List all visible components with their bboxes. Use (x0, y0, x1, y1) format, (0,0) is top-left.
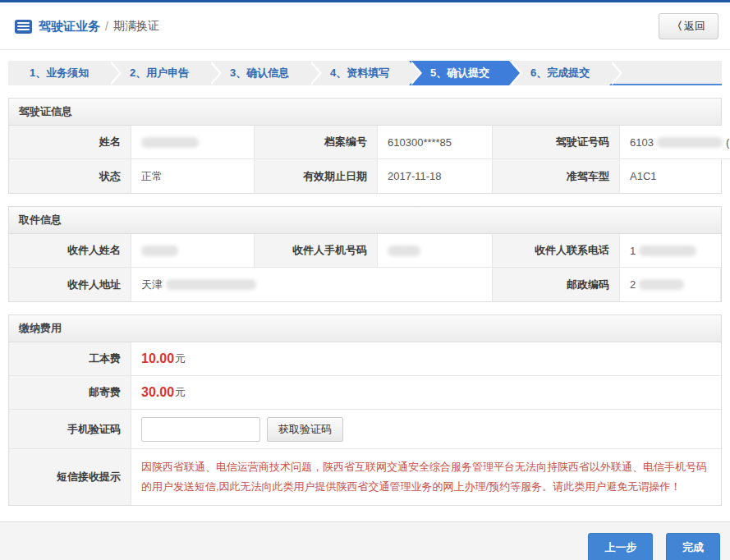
page-header: 驾驶证业务 / 期满换证 〈返回 (0, 2, 730, 50)
license-no-suffix: ( (726, 136, 729, 149)
pickup-info-section: 取件信息 收件人姓名 收件人手机号码 收件人联系电话 1 收件人地址 天津 邮政… (8, 206, 722, 302)
file-no-value: 610300****85 (378, 126, 493, 159)
step-5-confirm-submit[interactable]: 5、确认提交 (409, 61, 509, 85)
license-info-section: 驾驶证信息 姓名 档案编号 610300****85 驾驶证号码 6103( 状… (8, 98, 722, 194)
expiry-value: 2017-11-18 (378, 159, 493, 193)
recipient-phone-label: 收件人联系电话 (493, 234, 620, 268)
sms-code-input[interactable] (141, 417, 260, 442)
license-no-value: 6103( (620, 126, 730, 159)
footer-bar: 上一步 完成 (0, 521, 730, 560)
production-fee-label: 工本费 (9, 342, 131, 376)
back-button-label: 返回 (684, 20, 705, 32)
previous-step-button[interactable]: 上一步 (588, 533, 653, 560)
finish-button[interactable]: 完成 (666, 533, 720, 560)
step-label: 6、完成提交 (530, 67, 590, 79)
masked-value (657, 137, 723, 148)
file-no-label: 档案编号 (255, 126, 378, 159)
masked-value (388, 246, 420, 256)
production-fee-value: 10.00元 (131, 342, 721, 376)
vehicle-class-label: 准驾车型 (493, 159, 620, 193)
breadcrumb-current: 期满换证 (113, 19, 159, 34)
status-label: 状态 (9, 159, 131, 193)
license-no-label: 驾驶证号码 (493, 126, 620, 159)
step-label: 4、资料填写 (330, 67, 389, 79)
step-label: 1、业务须知 (30, 67, 89, 79)
step-label: 5、确认提交 (430, 67, 489, 79)
postcode-prefix: 2 (630, 278, 636, 291)
step-4-fill-data[interactable]: 4、资料填写 (309, 61, 409, 85)
postcode-label: 邮政编码 (493, 268, 620, 301)
step-label: 2、用户申告 (130, 67, 189, 79)
masked-value (141, 137, 199, 148)
back-button[interactable]: 〈返回 (659, 13, 719, 39)
step-label: 3、确认信息 (230, 67, 289, 79)
breadcrumb-divider: / (105, 20, 108, 33)
payment-section: 缴纳费用 工本费 10.00元 邮寄费 30.00元 手机验证码 获取验证码 短… (8, 314, 722, 506)
chevron-left-icon: 〈 (672, 20, 682, 32)
step-3-confirm-info[interactable]: 3、确认信息 (209, 61, 309, 85)
recipient-mobile-value (378, 234, 493, 268)
fee-unit: 元 (175, 351, 186, 366)
pickup-info-title: 取件信息 (9, 207, 721, 234)
address-prefix: 天津 (141, 278, 163, 292)
postage-fee-label: 邮寄费 (9, 376, 131, 410)
list-icon (15, 20, 32, 34)
address-value: 天津 (131, 268, 493, 301)
name-value (131, 126, 255, 159)
recipient-name-value (131, 234, 255, 268)
postage-fee-amount: 30.00 (141, 385, 174, 400)
recipient-phone-value: 1 (620, 234, 721, 268)
sms-code-cell: 获取验证码 (131, 410, 721, 449)
postage-fee-value: 30.00元 (131, 376, 721, 410)
step-1-notice[interactable]: 1、业务须知 (8, 61, 108, 85)
payment-title: 缴纳费用 (9, 315, 721, 342)
step-2-declaration[interactable]: 2、用户申告 (108, 61, 209, 85)
sms-notice-label: 短信接收提示 (9, 449, 131, 505)
step-wizard: 1、业务须知 2、用户申告 3、确认信息 4、资料填写 5、确认提交 6、完成提… (8, 61, 722, 85)
expiry-label: 有效期止日期 (255, 159, 378, 193)
masked-value (639, 246, 696, 256)
step-6-complete[interactable]: 6、完成提交 (509, 61, 609, 85)
status-value: 正常 (131, 159, 255, 193)
license-info-title: 驾驶证信息 (9, 99, 721, 126)
get-code-button[interactable]: 获取验证码 (267, 417, 343, 442)
masked-value (166, 279, 256, 290)
address-label: 收件人地址 (9, 268, 131, 301)
recipient-mobile-label: 收件人手机号码 (255, 234, 378, 268)
fee-unit: 元 (175, 385, 186, 400)
page-title: 驾驶证业务 (39, 19, 100, 34)
name-label: 姓名 (9, 126, 131, 159)
recipient-name-label: 收件人姓名 (9, 234, 131, 268)
masked-value (639, 279, 684, 290)
sms-code-label: 手机验证码 (9, 410, 131, 449)
license-no-prefix: 6103 (630, 136, 654, 149)
sms-notice-text: 因陕西省联通、电信运营商技术问题，陕西省互联网交通安全综合服务管理平台无法向持陕… (131, 449, 721, 505)
masked-value (141, 246, 178, 256)
postcode-value: 2 (620, 268, 721, 301)
recipient-phone-prefix: 1 (630, 245, 636, 257)
production-fee-amount: 10.00 (141, 351, 174, 366)
vehicle-class-value: A1C1 (620, 159, 721, 193)
